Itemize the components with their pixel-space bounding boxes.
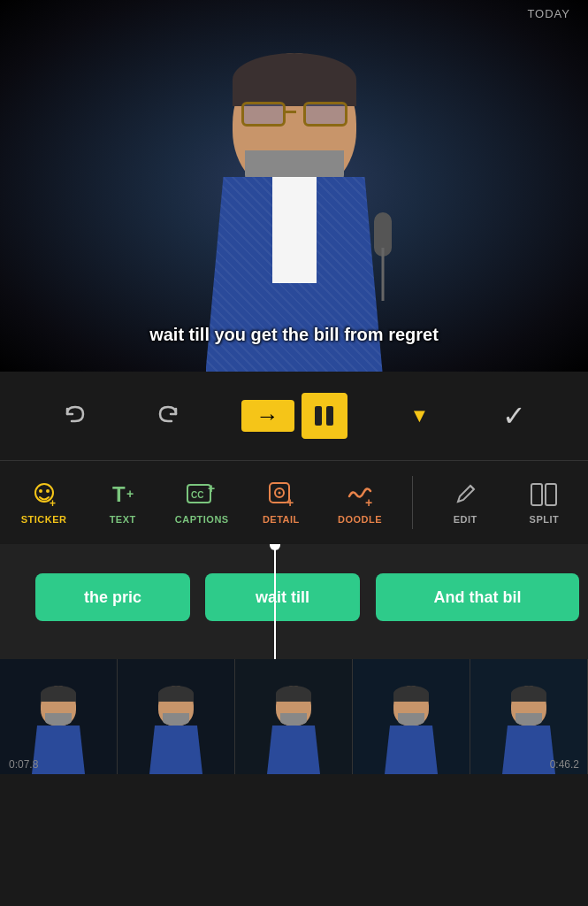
svg-point-2 <box>46 489 50 493</box>
edit-label: EDIT <box>454 514 477 525</box>
playhead-dot <box>270 544 280 550</box>
caption-chip-1[interactable]: the pric <box>35 573 190 621</box>
video-preview: TODAY wait till you get the bill from re… <box>0 0 588 372</box>
thumbnail-1 <box>0 659 118 774</box>
tool-sticker[interactable]: + STICKER <box>18 480 71 525</box>
person-figure <box>144 35 445 372</box>
thumbnail-5 <box>470 659 588 774</box>
svg-text:CC: CC <box>191 490 203 500</box>
detail-icon: + <box>267 480 295 509</box>
split-icon <box>530 480 558 509</box>
captions-label: CAPTIONS <box>175 514 229 525</box>
divider <box>412 476 413 529</box>
dropdown-button[interactable]: ▼ <box>398 394 442 438</box>
head <box>233 53 356 195</box>
play-pause-container: → <box>241 393 347 439</box>
svg-text:+: + <box>208 481 215 495</box>
text-label: TEXT <box>110 514 136 525</box>
undo-button[interactable] <box>52 394 96 438</box>
arrow-icon: → <box>256 403 279 430</box>
text-icon: T + <box>109 480 137 509</box>
today-badge: TODAY <box>527 7 570 20</box>
svg-point-11 <box>278 492 280 495</box>
edit-icon <box>451 480 479 509</box>
thumbnails-strip[interactable]: 0:07.8 0:46.2 <box>0 659 588 774</box>
tool-edit[interactable]: EDIT <box>439 480 492 525</box>
doodle-icon: + <box>346 480 374 509</box>
thumbnail-3 <box>235 659 353 774</box>
dropdown-icon: ▼ <box>410 404 430 427</box>
svg-rect-15 <box>531 484 542 505</box>
svg-text:+: + <box>365 495 372 509</box>
detail-label: DETAIL <box>263 514 300 525</box>
undo-icon <box>60 402 88 430</box>
svg-text:+: + <box>286 495 294 509</box>
tool-text[interactable]: T + TEXT <box>96 480 149 525</box>
svg-point-1 <box>39 489 42 493</box>
shirt <box>272 177 317 283</box>
caption-chip-3[interactable]: And that bil <box>376 573 579 621</box>
sticker-icon: + <box>30 480 58 509</box>
arrow-indicator: → <box>241 400 294 432</box>
tool-captions[interactable]: CC + CAPTIONS <box>175 480 229 525</box>
doodle-label: DOODLE <box>338 514 382 525</box>
glasses <box>241 102 347 128</box>
svg-line-14 <box>470 486 474 489</box>
redo-button[interactable] <box>147 394 191 438</box>
sticker-label: STICKER <box>21 514 67 525</box>
tools-bar: + STICKER T + TEXT CC + CAPTIONS + DETAI… <box>0 460 588 544</box>
video-subtitle: wait till you get the bill from regret <box>149 325 439 345</box>
timeline-area: the pric wait till And that bil <box>0 544 588 659</box>
svg-text:+: + <box>126 487 134 501</box>
pause-button[interactable] <box>302 393 347 439</box>
split-label: SPLIT <box>530 514 560 525</box>
caption-chip-2[interactable]: wait till <box>205 573 360 621</box>
tool-doodle[interactable]: + DOODLE <box>333 480 386 525</box>
caption-chips: the pric wait till And that bil <box>0 571 588 624</box>
microphone <box>374 212 392 257</box>
pause-icon <box>315 406 333 426</box>
tool-split[interactable]: SPLIT <box>517 480 570 525</box>
playhead[interactable] <box>274 544 276 659</box>
toolbar: → ▼ ✓ <box>0 372 588 460</box>
svg-text:+: + <box>50 497 56 509</box>
thumbnail-4 <box>353 659 470 774</box>
tool-detail[interactable]: + DETAIL <box>255 480 308 525</box>
redo-icon <box>155 402 183 430</box>
check-icon: ✓ <box>502 399 526 433</box>
captions-icon: CC + <box>187 480 217 509</box>
svg-rect-16 <box>546 484 556 505</box>
svg-text:T: T <box>112 482 126 506</box>
check-button[interactable]: ✓ <box>493 394 537 438</box>
hair <box>233 53 356 106</box>
thumbnail-2 <box>118 659 235 774</box>
